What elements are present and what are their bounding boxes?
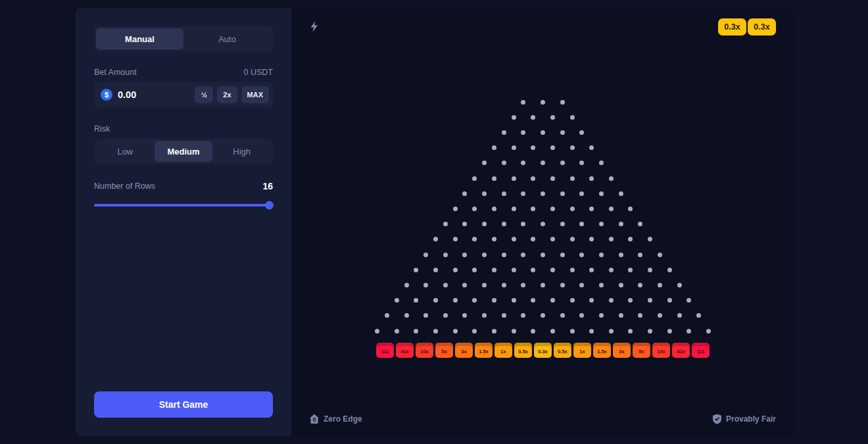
peg [482, 313, 487, 318]
peg [696, 313, 701, 318]
peg [472, 237, 477, 241]
peg [482, 253, 487, 257]
max-bet-button[interactable]: MAX [241, 86, 269, 103]
multiplier-bucket-111: 111 [692, 343, 710, 358]
peg [648, 298, 652, 303]
peg-board [291, 8, 794, 436]
peg [385, 313, 389, 318]
peg [492, 329, 496, 333]
peg [599, 253, 604, 257]
rows-slider-thumb[interactable] [265, 201, 274, 210]
peg [658, 283, 662, 287]
peg [472, 298, 477, 303]
peg [619, 222, 623, 226]
peg [433, 298, 438, 303]
risk-row: Risk [94, 124, 273, 134]
peg [395, 329, 399, 333]
peg [521, 191, 525, 196]
peg [541, 130, 545, 135]
peg [404, 313, 409, 318]
zero-edge-badge[interactable]: 0 Zero Edge [309, 414, 362, 424]
rows-slider[interactable] [94, 201, 273, 210]
start-game-button[interactable]: Start Game [94, 391, 273, 418]
bet-amount-input[interactable]: $ 0.00 ½2xMAX [94, 82, 273, 107]
peg [462, 191, 467, 196]
peg [560, 283, 565, 287]
plinko-board-panel: 0.3x0.3x 11141x10x5x3x1.5x1x0.5x0.3x0.5x… [291, 8, 794, 436]
peg [599, 160, 604, 165]
peg [560, 100, 565, 105]
peg [570, 176, 575, 181]
peg [482, 222, 487, 226]
peg [648, 237, 652, 241]
peg [609, 298, 614, 303]
multiplier-bucket-3x: 3x [613, 343, 631, 358]
peg [579, 160, 584, 165]
peg [550, 115, 555, 120]
peg [453, 268, 458, 272]
peg [589, 268, 594, 272]
peg [570, 268, 575, 272]
peg [492, 207, 496, 211]
peg [560, 253, 565, 257]
peg [609, 176, 614, 181]
peg [550, 298, 555, 303]
peg [550, 207, 555, 211]
multiplier-bucket-41x: 41x [396, 343, 414, 358]
peg [648, 268, 652, 272]
bet-amount-value[interactable]: 0.00 [118, 89, 191, 100]
multiplier-bucket-5x: 5x [435, 343, 453, 358]
peg [638, 253, 642, 257]
double-bet-button[interactable]: 2x [217, 86, 237, 103]
peg [512, 268, 516, 272]
peg [423, 283, 428, 287]
peg [531, 268, 535, 272]
rows-slider-track[interactable] [94, 204, 273, 207]
peg [453, 237, 458, 241]
peg [492, 268, 496, 272]
peg [512, 115, 516, 120]
peg [579, 283, 584, 287]
peg [375, 329, 379, 333]
peg [619, 253, 623, 257]
peg [638, 313, 642, 318]
tab-auto[interactable]: Auto [183, 28, 271, 49]
peg [521, 253, 525, 257]
peg [579, 313, 584, 318]
peg [609, 329, 614, 333]
peg [687, 298, 691, 303]
peg [443, 313, 448, 318]
peg [541, 253, 545, 257]
peg [531, 329, 535, 333]
risk-option-medium[interactable]: Medium [155, 141, 213, 162]
peg [570, 115, 575, 120]
zero-edge-house-icon: 0 [309, 414, 320, 424]
peg [512, 237, 516, 241]
risk-option-low[interactable]: Low [96, 141, 155, 162]
multiplier-buckets: 11141x10x5x3x1.5x1x0.5x0.3x0.5x1x1.5x3x5… [376, 343, 710, 358]
peg [443, 253, 448, 257]
peg [433, 329, 438, 333]
peg [453, 207, 458, 211]
peg [414, 329, 418, 333]
provably-fair-badge[interactable]: Provably Fair [712, 414, 776, 424]
multiplier-bucket-1x: 1x [494, 343, 512, 358]
multiplier-bucket-10x: 10x [416, 343, 433, 358]
peg [512, 207, 516, 211]
peg [492, 298, 496, 303]
peg [443, 222, 448, 226]
peg [628, 207, 633, 211]
peg [589, 237, 594, 241]
peg [433, 268, 438, 272]
peg [404, 283, 409, 287]
multiplier-bucket-0.3x: 0.3x [534, 343, 552, 358]
tab-manual[interactable]: Manual [96, 28, 183, 49]
risk-option-high[interactable]: High [212, 141, 271, 162]
half-bet-button[interactable]: ½ [195, 86, 213, 103]
peg [570, 329, 575, 333]
peg [521, 130, 525, 135]
peg [579, 130, 584, 135]
peg [521, 160, 525, 165]
peg [492, 176, 496, 181]
bet-amount-label: Bet Amount [94, 68, 137, 77]
